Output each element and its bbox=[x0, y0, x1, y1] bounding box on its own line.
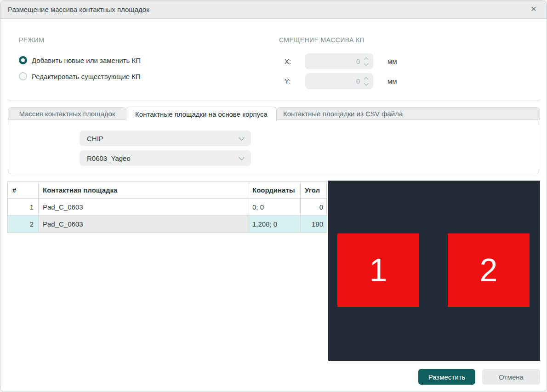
column-header-angle: Угол bbox=[301, 182, 327, 199]
package-type-dropdown[interactable]: CHIP bbox=[80, 131, 251, 146]
spinner-arrows-icon[interactable] bbox=[365, 58, 368, 65]
pad-preview-canvas[interactable]: 1 2 bbox=[328, 181, 540, 361]
tab-pads-from-csv[interactable]: Контактные площадки из CSV файла bbox=[276, 107, 540, 120]
column-header-coordinates: Координаты bbox=[249, 182, 301, 199]
close-icon[interactable]: × bbox=[528, 4, 539, 15]
tab-pads-from-package[interactable]: Контактные площадки на основе корпуса bbox=[126, 107, 277, 121]
pad-array-placement-dialog: Размещение массива контактных площадок ×… bbox=[0, 0, 547, 392]
dialog-titlebar: Размещение массива контактных площадок × bbox=[0, 0, 547, 19]
tab-label: Массив контактных площадок bbox=[19, 110, 115, 118]
package-value: R0603_Yageo bbox=[87, 154, 239, 162]
table-row[interactable]: 1 Pad_C_0603 0; 0 0 bbox=[8, 199, 326, 216]
pads-table: # Контактная площадка Координаты Угол 1 … bbox=[7, 182, 327, 233]
package-dropdown[interactable]: R0603_Yageo bbox=[80, 150, 251, 166]
radio-unselected-icon[interactable] bbox=[19, 72, 27, 80]
offset-x-value: 0 bbox=[312, 57, 365, 65]
radio-option-label: Добавить новые или заменить КП bbox=[32, 57, 141, 64]
radio-option-edit-existing[interactable]: Редактировать существующие КП bbox=[19, 71, 141, 81]
table-header-row: # Контактная площадка Координаты Угол bbox=[8, 182, 326, 199]
dialog-title: Размещение массива контактных площадок bbox=[8, 6, 149, 13]
row-angle-cell[interactable]: 0 bbox=[301, 199, 327, 216]
offset-y-spinner[interactable]: 0 bbox=[305, 73, 373, 89]
row-number-cell[interactable]: 2 bbox=[8, 216, 39, 233]
offset-section-header: СМЕЩЕНИЕ МАССИВА КП bbox=[279, 36, 365, 44]
tab-label: Контактные площадки на основе корпуса bbox=[135, 110, 268, 118]
column-header-pad: Контактная площадка bbox=[39, 182, 249, 199]
tab-pad-array[interactable]: Массив контактных площадок bbox=[8, 107, 126, 120]
column-header-number: # bbox=[8, 182, 39, 199]
package-form-panel bbox=[8, 119, 539, 174]
chevron-down-icon bbox=[239, 154, 245, 160]
pad-number: 1 bbox=[370, 254, 387, 286]
offset-x-label: X: bbox=[285, 57, 291, 65]
row-angle-cell[interactable]: 180 bbox=[301, 216, 327, 233]
tab-label: Контактные площадки из CSV файла bbox=[283, 110, 403, 118]
tab-bar: Массив контактных площадок Контактные пл… bbox=[8, 107, 540, 121]
offset-y-unit: мм bbox=[387, 77, 397, 85]
preview-pad-1[interactable]: 1 bbox=[337, 233, 419, 307]
radio-option-label: Редактировать существующие КП bbox=[32, 73, 141, 80]
row-pad-cell[interactable]: Pad_C_0603 bbox=[39, 216, 249, 233]
offset-x-unit: мм bbox=[387, 57, 397, 65]
package-type-value: CHIP bbox=[87, 135, 239, 142]
section-divider bbox=[8, 101, 540, 101]
row-coordinates-cell[interactable]: 1,208; 0 bbox=[249, 216, 301, 233]
offset-x-spinner[interactable]: 0 bbox=[305, 53, 373, 69]
chevron-down-icon bbox=[239, 135, 245, 141]
radio-selected-icon[interactable] bbox=[19, 56, 27, 64]
mode-section-header: РЕЖИМ bbox=[19, 36, 44, 44]
table-row-selected[interactable]: 2 Pad_C_0603 1,208; 0 180 bbox=[8, 216, 326, 233]
pad-number: 2 bbox=[480, 254, 498, 286]
spinner-arrows-icon[interactable] bbox=[365, 78, 368, 85]
cancel-button[interactable]: Отмена bbox=[482, 369, 540, 385]
preview-pad-2[interactable]: 2 bbox=[448, 233, 530, 307]
row-pad-cell[interactable]: Pad_C_0603 bbox=[39, 199, 249, 216]
row-coordinates-cell[interactable]: 0; 0 bbox=[249, 199, 301, 216]
place-button[interactable]: Разместить bbox=[418, 369, 475, 385]
offset-y-value: 0 bbox=[312, 77, 365, 85]
radio-option-add-new[interactable]: Добавить новые или заменить КП bbox=[19, 55, 141, 65]
row-number-cell[interactable]: 1 bbox=[8, 199, 39, 216]
offset-y-label: Y: bbox=[285, 77, 291, 85]
